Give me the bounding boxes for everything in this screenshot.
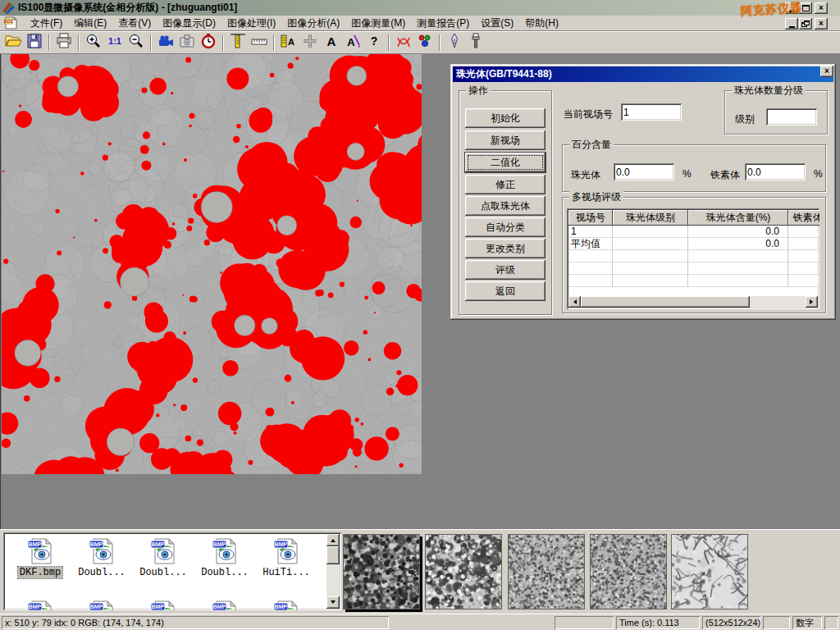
toolbar-save-file-button[interactable] <box>24 33 45 52</box>
binarize-button[interactable]: 二值化 <box>465 153 546 172</box>
return-button[interactable]: 返回 <box>465 281 546 301</box>
table-row-empty[interactable] <box>568 275 819 287</box>
thumbnail-5[interactable] <box>671 534 748 609</box>
init-button[interactable]: 初始化 <box>465 108 546 128</box>
file-item[interactable]: BMP DKF.bmp <box>11 537 69 578</box>
scroll-down-button[interactable] <box>326 596 340 609</box>
ruler-icon <box>250 33 268 52</box>
metallographic-image[interactable] <box>2 54 422 474</box>
col-ferrite-content[interactable]: 铁素体含量(%) <box>788 210 819 226</box>
file-name[interactable]: Doubl... <box>199 567 250 578</box>
menu-view[interactable]: 查看(V) <box>112 15 157 32</box>
col-field-no[interactable]: 视场号 <box>568 210 613 226</box>
menu-image-analysis[interactable]: 图像分析(A) <box>281 15 345 32</box>
file-item-clipped[interactable]: BMP <box>258 600 315 610</box>
file-item-clipped[interactable]: BMP <box>135 600 192 610</box>
toolbar-help-button[interactable]: ? <box>363 33 385 52</box>
toolbar-text-tool-button[interactable]: A <box>321 33 342 52</box>
document-icon[interactable]: DOC <box>4 16 18 30</box>
file-list-scrollbar[interactable] <box>326 534 340 609</box>
svg-text:BMP: BMP <box>213 604 226 609</box>
toolbar-video-capture-button[interactable] <box>155 33 176 52</box>
toolbar-zoom-out-button[interactable] <box>126 33 147 52</box>
bmp-file-icon: BMP <box>211 600 239 610</box>
file-item[interactable]: BMP Doubl... <box>196 537 253 578</box>
file-name[interactable]: HuiTi... <box>261 567 312 578</box>
scroll-right-icon <box>810 299 815 304</box>
toolbar-timer-button[interactable] <box>198 33 219 52</box>
table-row[interactable]: 1 0.0 <box>568 226 819 238</box>
child-restore-button[interactable] <box>799 18 812 30</box>
pearlite-label: 珠光体 <box>571 168 600 182</box>
file-name[interactable]: Doubl... <box>138 567 189 578</box>
thumbnail-4[interactable] <box>590 534 667 609</box>
file-item[interactable]: BMP Doubl... <box>73 537 130 578</box>
scroll-thumb[interactable] <box>326 546 340 564</box>
svg-text:BMP: BMP <box>275 604 288 609</box>
scroll-up-button[interactable] <box>326 534 340 546</box>
menu-image-process[interactable]: 图像处理(I) <box>221 15 281 32</box>
file-item-clipped[interactable]: BMP <box>11 600 69 610</box>
scroll-right-button[interactable] <box>806 296 818 308</box>
toolbar-caliper-button[interactable] <box>227 33 249 52</box>
menu-settings[interactable]: 设置(S) <box>475 15 519 32</box>
toolbar-zoom-in-button[interactable] <box>83 33 104 52</box>
level-input[interactable] <box>766 108 817 126</box>
toolbar-snapshot-button[interactable] <box>176 33 198 52</box>
file-item[interactable]: BMP Doubl... <box>135 537 192 578</box>
grade-button[interactable]: 评级 <box>465 260 546 280</box>
dialog-close-button[interactable]: × <box>820 66 833 77</box>
toolbar-actual-size-button[interactable]: 1:1 <box>104 33 126 52</box>
toolbar-ruler-button[interactable] <box>249 33 270 52</box>
file-list[interactable]: BMP DKF.bmp BMP Doubl... BMP Doubl... BM… <box>3 532 341 610</box>
file-name[interactable]: Doubl... <box>76 567 127 578</box>
change-class-button[interactable]: 更改类别 <box>465 239 546 258</box>
correct-button[interactable]: 修正 <box>465 175 546 194</box>
level-label: 级别 <box>735 112 755 126</box>
col-pearlite-content[interactable]: 珠光体含量(%) <box>688 210 788 226</box>
auto-classify-button[interactable]: 自动分类 <box>465 217 546 237</box>
annotate-tool-icon: A <box>344 33 362 52</box>
menu-edit[interactable]: 编辑(E) <box>68 15 112 32</box>
table-row-empty[interactable] <box>568 250 819 262</box>
thumbnail-2[interactable] <box>425 534 502 609</box>
cell-grade <box>613 238 688 250</box>
toolbar-color-classify-button[interactable] <box>414 33 436 52</box>
table-row[interactable]: 平均值 0.0 <box>568 238 819 250</box>
file-item[interactable]: BMP HuiTi... <box>258 537 315 578</box>
file-item-clipped[interactable]: BMP <box>73 600 130 610</box>
toolbar-print-button[interactable] <box>53 33 75 52</box>
scroll-left-button[interactable] <box>568 296 581 308</box>
table-hscrollbar[interactable] <box>568 296 818 308</box>
toolbar-annotate-tool-button[interactable]: A <box>342 33 363 52</box>
toolbar-brush-tool-button[interactable] <box>465 33 486 52</box>
menu-measure-report[interactable]: 测量报告(P) <box>411 15 475 32</box>
table-row-empty[interactable] <box>568 262 819 275</box>
toolbar-pen-tool-button[interactable] <box>444 33 465 52</box>
close-button[interactable]: × <box>815 2 828 14</box>
new-field-button[interactable]: 新视场 <box>465 130 546 150</box>
ferrite-percent-input[interactable] <box>745 163 806 180</box>
child-minimize-button[interactable] <box>785 18 798 30</box>
thumbnail-1[interactable] <box>343 534 420 609</box>
pearlite-percent-input[interactable] <box>614 163 674 180</box>
menu-file[interactable]: 文件(F) <box>25 15 68 32</box>
toolbar-curve-tool-button[interactable] <box>393 33 414 52</box>
menu-image-measure[interactable]: 图像测量(M) <box>345 15 411 32</box>
menu-image-display[interactable]: 图像显示(D) <box>157 15 221 32</box>
toolbar-measure-label-button[interactable]: A <box>278 33 299 52</box>
grade-table[interactable]: 视场号 珠光体级别 珠光体含量(%) 铁素体含量(%) 1 0.0 平均值 0.… <box>567 208 819 309</box>
zoom-out-icon <box>127 33 145 52</box>
current-field-input[interactable] <box>621 103 682 121</box>
toolbar-move-tool-button[interactable] <box>299 33 321 52</box>
file-name[interactable]: DKF.bmp <box>18 567 62 578</box>
menu-help[interactable]: 帮助(H) <box>519 15 564 32</box>
file-item-clipped[interactable]: BMP <box>196 600 253 610</box>
col-pearlite-grade[interactable]: 珠光体级别 <box>613 210 688 226</box>
pick-pearlite-button[interactable]: 点取珠光体 <box>465 196 546 216</box>
toolbar-open-file-button[interactable] <box>2 33 24 52</box>
scroll-thumb[interactable] <box>581 296 750 308</box>
child-close-button[interactable]: × <box>815 18 828 30</box>
thumbnail-3[interactable] <box>508 534 585 609</box>
actual-size-icon: 1:1 <box>106 33 124 52</box>
